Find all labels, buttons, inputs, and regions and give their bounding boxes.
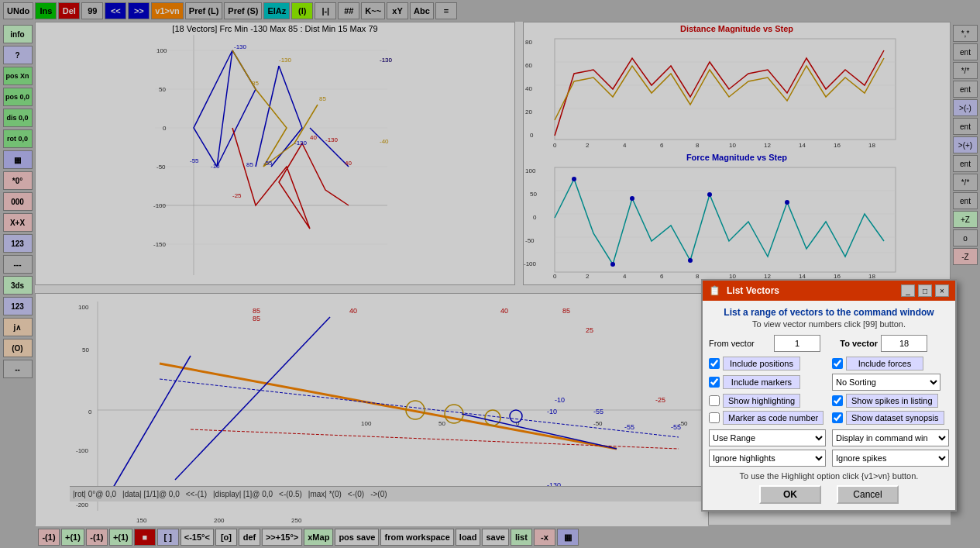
show-spikes-checkbox[interactable] xyxy=(832,395,843,406)
to-vector-label: To vector xyxy=(824,339,878,348)
dialog-minimize-button[interactable]: _ xyxy=(901,284,915,297)
dialog-titlebar: 📋 List Vectors _ □ × xyxy=(703,281,955,301)
dialog-buttons: OK Cancel xyxy=(709,485,949,504)
cancel-button[interactable]: Cancel xyxy=(837,485,899,504)
inc-forces-label: Include forces xyxy=(846,357,923,371)
dialog-titlebar-controls: _ □ × xyxy=(901,284,949,297)
sorting-select[interactable]: No Sorting Sort by value xyxy=(832,374,940,391)
inc-pos-checkbox[interactable] xyxy=(709,358,720,369)
show-dataset-label: Show dataset synopsis xyxy=(846,411,944,425)
no-sorting-row: No Sorting Sort by value xyxy=(832,374,949,391)
dialog-title: List Vectors xyxy=(727,285,779,296)
checkbox-grid: Include positions Include forces Include… xyxy=(709,357,949,425)
inc-markers-label: Include markers xyxy=(723,375,800,389)
marker-code-label: Marker as code number xyxy=(723,411,824,425)
vector-range-row: From vector To vector xyxy=(709,335,949,352)
from-vector-input[interactable] xyxy=(774,335,820,352)
dialog-maximize-button[interactable]: □ xyxy=(918,284,932,297)
dialog-footer: To use the Highlight option click {v1>vn… xyxy=(709,471,949,481)
show-spikes-label: Show spikes in listing xyxy=(846,394,938,408)
inc-pos-label: Include positions xyxy=(723,357,800,371)
show-dataset-checkbox[interactable] xyxy=(832,412,843,423)
inc-markers-row: Include markers xyxy=(709,374,826,391)
show-highlight-checkbox[interactable] xyxy=(709,395,720,406)
marker-code-checkbox[interactable] xyxy=(709,412,720,423)
inc-forces-checkbox[interactable] xyxy=(832,358,843,369)
show-spikes-row: Show spikes in listing xyxy=(832,394,949,408)
inc-forces-row: Include forces xyxy=(832,357,949,371)
inc-pos-row: Include positions xyxy=(709,357,826,371)
ignore-spikes-select[interactable]: Ignore spikes Use spikes xyxy=(832,450,949,467)
use-range-select[interactable]: Use Range All Vectors Current xyxy=(709,429,826,446)
dialog-icon: 📋 xyxy=(709,285,720,296)
dialog-header: List a range of vectors to the command w… xyxy=(709,307,949,318)
ok-button[interactable]: OK xyxy=(759,485,821,504)
marker-code-row: Marker as code number xyxy=(709,411,826,425)
dropdown-grid: Use Range All Vectors Current Display in… xyxy=(709,429,949,467)
to-vector-input[interactable] xyxy=(881,335,927,352)
from-vector-label: From vector xyxy=(709,339,771,348)
dialog-close-button[interactable]: × xyxy=(935,284,949,297)
show-highlight-label: Show highlighting xyxy=(723,394,800,408)
ignore-highlights-select[interactable]: Ignore highlights Use highlights xyxy=(709,450,826,467)
list-vectors-dialog: 📋 List Vectors _ □ × List a range of vec… xyxy=(701,279,957,512)
show-highlight-row: Show highlighting xyxy=(709,394,826,408)
show-dataset-row: Show dataset synopsis xyxy=(832,411,949,425)
display-cmd-select[interactable]: Display in command win Display in file xyxy=(832,429,949,446)
dialog-body: List a range of vectors to the command w… xyxy=(703,301,955,510)
dialog-subheader: To view vector numbers click [99] button… xyxy=(709,319,949,329)
inc-markers-checkbox[interactable] xyxy=(709,377,720,388)
